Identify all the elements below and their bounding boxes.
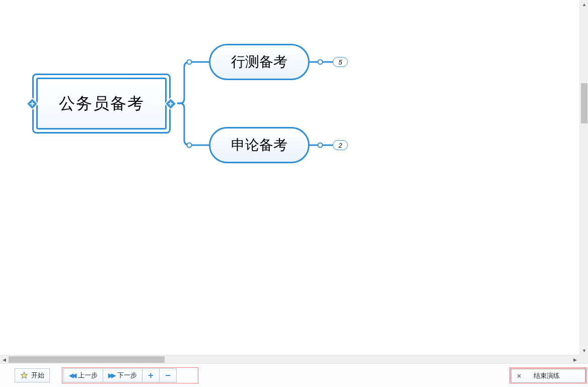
nav-group: ◀◀ 上一步 ▶▶ 下一步 + − [63,368,177,382]
end-presentation-button[interactable]: × 结束演练 [511,369,585,383]
plus-icon: + [148,371,154,380]
badge-1-value: 5 [338,58,342,66]
horizontal-scrollbar[interactable]: ◀ ▶ [0,355,579,363]
scroll-left-arrow-icon[interactable]: ◀ [0,355,9,364]
mindmap-canvas[interactable]: 公务员备考 行测备考 5 申论备考 2 [0,0,578,355]
svg-point-1 [187,143,192,148]
scroll-corner [579,355,588,363]
badge-2-value: 2 [338,142,342,149]
scroll-right-arrow-icon[interactable]: ▶ [571,355,579,364]
start-button-label: 开始 [31,371,44,380]
end-group: × 结束演练 [510,368,586,382]
child-count-badge-2[interactable]: 2 [333,140,348,150]
fast-forward-icon: ▶▶ [108,372,114,379]
child-node-2-label: 申论备考 [231,136,287,155]
end-presentation-label: 结束演练 [534,371,560,380]
prev-step-label: 上一步 [78,371,98,380]
child-node-1-label: 行测备考 [231,52,287,72]
scroll-down-arrow-icon[interactable]: ▼ [580,346,588,355]
prev-step-button[interactable]: ◀◀ 上一步 [63,368,103,382]
star-icon [20,371,28,379]
child-node-1[interactable]: 行测备考 [209,44,310,80]
start-group: 开始 [15,368,50,382]
root-node[interactable]: 公务员备考 [32,74,171,134]
presentation-toolbar: 开始 ◀◀ 上一步 ▶▶ 下一步 + − × 结束演练 [0,363,588,387]
vscroll-thumb[interactable] [581,83,587,123]
zoom-out-button[interactable]: − [160,368,177,382]
root-node-inner: 公务员备考 [36,78,167,130]
hscroll-thumb[interactable] [9,356,165,363]
zoom-in-button[interactable]: + [142,368,160,382]
root-node-label: 公务员备考 [59,93,144,115]
close-icon: × [516,372,523,380]
svg-marker-6 [21,372,27,378]
minus-icon: − [165,371,171,380]
start-button[interactable]: 开始 [15,368,50,382]
vertical-scrollbar[interactable]: ▲ ▼ [579,0,588,355]
scroll-up-arrow-icon[interactable]: ▲ [580,0,588,9]
svg-point-5 [318,143,323,148]
svg-point-0 [187,60,192,64]
next-step-button[interactable]: ▶▶ 下一步 [103,368,142,382]
next-step-label: 下一步 [117,371,137,380]
svg-point-3 [318,60,323,64]
rewind-icon: ◀◀ [69,372,75,379]
child-count-badge-1[interactable]: 5 [333,57,348,67]
child-node-2[interactable]: 申论备考 [209,127,310,163]
